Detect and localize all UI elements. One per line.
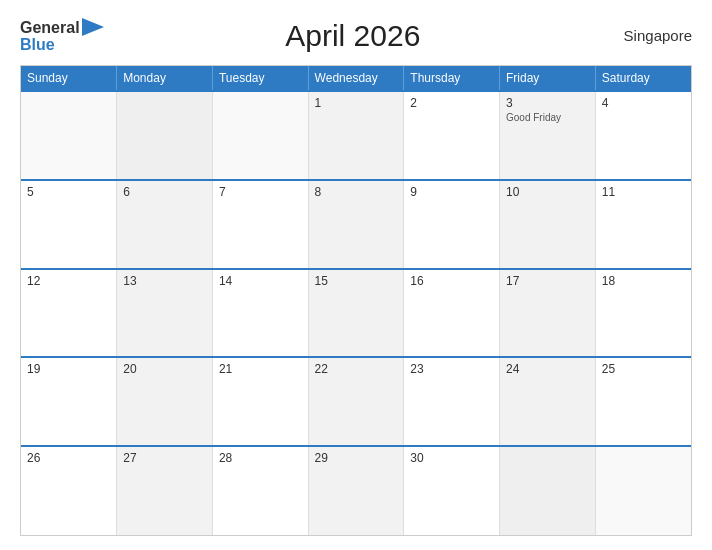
holiday-label: Good Friday bbox=[506, 112, 589, 123]
logo-blue-text: Blue bbox=[20, 37, 104, 53]
col-thursday: Thursday bbox=[404, 66, 500, 91]
day-number: 7 bbox=[219, 185, 302, 199]
calendar-day-cell: 19 bbox=[21, 357, 117, 446]
logo-general-text: General bbox=[20, 20, 80, 36]
day-number: 19 bbox=[27, 362, 110, 376]
calendar-day-cell: 18 bbox=[595, 269, 691, 358]
day-number: 14 bbox=[219, 274, 302, 288]
day-number: 13 bbox=[123, 274, 206, 288]
day-number: 1 bbox=[315, 96, 398, 110]
day-number: 16 bbox=[410, 274, 493, 288]
header: General Blue April 2026 Singapore bbox=[20, 18, 692, 53]
calendar-week-row: 19202122232425 bbox=[21, 357, 691, 446]
day-number: 24 bbox=[506, 362, 589, 376]
calendar-day-cell: 12 bbox=[21, 269, 117, 358]
day-number: 21 bbox=[219, 362, 302, 376]
logo-flag-icon bbox=[82, 18, 104, 36]
day-number: 6 bbox=[123, 185, 206, 199]
calendar-week-row: 12131415161718 bbox=[21, 269, 691, 358]
day-number: 11 bbox=[602, 185, 685, 199]
col-monday: Monday bbox=[117, 66, 213, 91]
col-tuesday: Tuesday bbox=[212, 66, 308, 91]
calendar-day-cell: 23 bbox=[404, 357, 500, 446]
calendar-day-cell: 13 bbox=[117, 269, 213, 358]
day-number: 22 bbox=[315, 362, 398, 376]
calendar-day-cell: 9 bbox=[404, 180, 500, 269]
calendar-day-cell: 28 bbox=[212, 446, 308, 535]
day-number: 29 bbox=[315, 451, 398, 465]
calendar-week-row: 123Good Friday4 bbox=[21, 91, 691, 180]
col-saturday: Saturday bbox=[595, 66, 691, 91]
day-number: 17 bbox=[506, 274, 589, 288]
calendar-day-cell: 22 bbox=[308, 357, 404, 446]
calendar-day-cell: 29 bbox=[308, 446, 404, 535]
calendar-day-cell: 17 bbox=[500, 269, 596, 358]
page: General Blue April 2026 Singapore Sunday… bbox=[0, 0, 712, 550]
day-number: 12 bbox=[27, 274, 110, 288]
col-wednesday: Wednesday bbox=[308, 66, 404, 91]
calendar-day-cell: 26 bbox=[21, 446, 117, 535]
calendar-day-cell: 16 bbox=[404, 269, 500, 358]
calendar-day-cell: 10 bbox=[500, 180, 596, 269]
calendar-day-cell: 1 bbox=[308, 91, 404, 180]
calendar-day-cell: 20 bbox=[117, 357, 213, 446]
calendar-day-cell: 4 bbox=[595, 91, 691, 180]
calendar-week-row: 2627282930 bbox=[21, 446, 691, 535]
calendar-title: April 2026 bbox=[104, 19, 602, 53]
calendar-day-cell: 27 bbox=[117, 446, 213, 535]
calendar-day-cell: 2 bbox=[404, 91, 500, 180]
day-number: 15 bbox=[315, 274, 398, 288]
calendar-day-cell: 7 bbox=[212, 180, 308, 269]
calendar-day-cell: 30 bbox=[404, 446, 500, 535]
day-number: 30 bbox=[410, 451, 493, 465]
col-sunday: Sunday bbox=[21, 66, 117, 91]
day-number: 25 bbox=[602, 362, 685, 376]
calendar-day-cell bbox=[212, 91, 308, 180]
calendar-day-cell: 11 bbox=[595, 180, 691, 269]
day-number: 28 bbox=[219, 451, 302, 465]
calendar-day-cell: 21 bbox=[212, 357, 308, 446]
calendar-day-cell: 5 bbox=[21, 180, 117, 269]
day-number: 8 bbox=[315, 185, 398, 199]
day-number: 26 bbox=[27, 451, 110, 465]
day-number: 4 bbox=[602, 96, 685, 110]
calendar-day-cell: 14 bbox=[212, 269, 308, 358]
day-number: 10 bbox=[506, 185, 589, 199]
calendar-day-cell bbox=[21, 91, 117, 180]
weekday-header-row: Sunday Monday Tuesday Wednesday Thursday… bbox=[21, 66, 691, 91]
calendar-day-cell bbox=[500, 446, 596, 535]
calendar-day-cell bbox=[117, 91, 213, 180]
calendar: Sunday Monday Tuesday Wednesday Thursday… bbox=[20, 65, 692, 536]
calendar-day-cell: 24 bbox=[500, 357, 596, 446]
day-number: 3 bbox=[506, 96, 589, 110]
calendar-day-cell: 6 bbox=[117, 180, 213, 269]
col-friday: Friday bbox=[500, 66, 596, 91]
calendar-day-cell: 3Good Friday bbox=[500, 91, 596, 180]
calendar-day-cell: 25 bbox=[595, 357, 691, 446]
day-number: 20 bbox=[123, 362, 206, 376]
day-number: 9 bbox=[410, 185, 493, 199]
calendar-day-cell bbox=[595, 446, 691, 535]
calendar-day-cell: 15 bbox=[308, 269, 404, 358]
day-number: 23 bbox=[410, 362, 493, 376]
calendar-week-row: 567891011 bbox=[21, 180, 691, 269]
day-number: 2 bbox=[410, 96, 493, 110]
svg-marker-0 bbox=[82, 18, 104, 36]
day-number: 27 bbox=[123, 451, 206, 465]
logo: General Blue bbox=[20, 18, 104, 53]
calendar-day-cell: 8 bbox=[308, 180, 404, 269]
region-label: Singapore bbox=[602, 27, 692, 44]
day-number: 5 bbox=[27, 185, 110, 199]
day-number: 18 bbox=[602, 274, 685, 288]
